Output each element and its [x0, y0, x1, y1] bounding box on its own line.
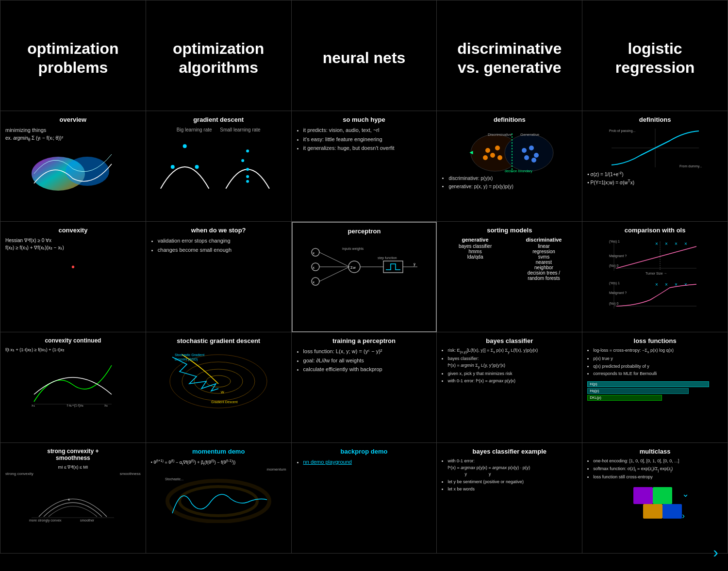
svg-point-12 — [485, 148, 490, 153]
svg-text:×: × — [665, 282, 668, 287]
svg-text:Gradient Descent: Gradient Descent — [211, 400, 238, 404]
loss-bars: H(p) Hq(p) DKL(p) — [587, 381, 723, 401]
svg-rect-90 — [643, 504, 662, 519]
svg-text:W: W — [221, 391, 224, 394]
header-neural-nets-title: neural nets — [318, 39, 411, 72]
backprop-demo-subtitle: backprop demo — [297, 448, 432, 455]
multiclass-image: › ⌄ — [587, 482, 723, 521]
svg-point-2 — [183, 144, 187, 148]
cell-perceptron: perceptron x x x Σw — [292, 222, 437, 332]
definitions-2-image: Prob of passing... From dummy... — [587, 126, 723, 170]
header-opt-problems-title: optimization problems — [5, 30, 141, 82]
svg-text:Generative: Generative — [520, 132, 540, 137]
svg-point-9 — [246, 180, 249, 183]
loss-functions-body: log-loss = cross-entropy: −Σx p(x) log q… — [587, 347, 723, 401]
gradient-descent-subtitle: gradient descent — [151, 116, 286, 123]
cell-convexity: convexity Hessian ∇²f(x) ≥ 0 ∀x f(x₂) ≥ … — [0, 222, 146, 332]
overview-image — [5, 145, 141, 193]
header-disc-gen-title: discriminative vs. generative — [442, 30, 577, 82]
svg-text:x: x — [313, 280, 314, 284]
momentum-demo-subtitle: momentum demo — [151, 448, 286, 455]
header-opt-algorithms: optimization algorithms — [146, 0, 292, 111]
when-stop-subtitle: when do we stop? — [151, 227, 286, 234]
comparison-ols-image: (Yes) 1 Malignant ? (No) 0 Tumor Size → … — [587, 237, 723, 310]
svg-text:Stochastic...: Stochastic... — [165, 477, 183, 481]
svg-point-16 — [483, 155, 488, 160]
sorting-models-subtitle: sorting models — [442, 227, 577, 234]
perceptron-image: x x x Σw ŷ inputs weights — [298, 238, 431, 296]
svg-rect-89 — [653, 487, 672, 504]
gradient-descent-labels: Big learning rate Small learning rate — [151, 126, 286, 133]
svg-text:x₂: x₂ — [104, 404, 108, 407]
bayes-classifier-subtitle: bayes classifier — [442, 337, 577, 344]
svg-text:×: × — [655, 282, 658, 287]
svg-text:x: x — [313, 251, 314, 255]
cell-convexity-cont: convexity continued f(t·x₁ + (1-t)x₂) ≥ … — [0, 332, 146, 443]
header-disc-gen: discriminative vs. generative — [437, 0, 582, 111]
momentum-demo-body: • θ(t+1) = θ(t) − αt∇f(θ(t)) + βt(f(θ(t)… — [151, 458, 286, 473]
cell-multiclass: multiclass one-hot encoding: [1, 0, 0], … — [582, 443, 728, 554]
cell-backprop-demo: backprop demo nn demo playground — [292, 443, 437, 554]
header-neural-nets: neural nets — [292, 0, 437, 111]
convexity-cont-body: f(t·x₁ + (1-t)x₂) ≥ f(tx₁) + (1-t)x₂ — [5, 347, 141, 354]
svg-text:decision boundary: decision boundary — [505, 169, 532, 173]
cell-sgd: stochastic gradient descent Stochastic G… — [146, 332, 292, 443]
convexity-cont-subtitle: convexity continued — [5, 337, 141, 344]
definitions-2-subtitle: definitions — [587, 116, 723, 123]
svg-text:Malignant ?: Malignant ? — [609, 254, 627, 258]
cell-when-stop: when do we stop? validation error stops … — [146, 222, 292, 332]
training-perceptron-subtitle: training a perceptron — [297, 337, 432, 344]
strong-convexity-body: mI ≤ ∇²f(x) ≤ MI strong convexitysmoothn… — [5, 464, 141, 477]
svg-text:Descent (SGD): Descent (SGD) — [175, 358, 198, 361]
cell-comparison-ols: comparison with ols (Yes) 1 Malignant ? … — [582, 222, 728, 332]
svg-text:Stochastic Gradient: Stochastic Gradient — [175, 353, 204, 357]
main-grid: optimization problems optimization algor… — [0, 0, 728, 554]
momentum-demo-image: Stochastic... — [151, 474, 286, 523]
definitions-2-body: • σ(z) = 1/(1+e-z) • P(Y=1|x;w) = σ(wTx) — [587, 170, 723, 187]
cell-sorting-models: sorting models generative bayes classifi… — [437, 222, 582, 332]
svg-text:ŷ: ŷ — [414, 262, 415, 266]
comparison-ols-subtitle: comparison with ols — [587, 227, 723, 234]
perceptron-subtitle: perceptron — [298, 228, 431, 235]
sgd-subtitle: stochastic gradient descent — [151, 337, 286, 344]
cell-definitions-1: definitions Discriminative Generative — [437, 111, 582, 222]
nav-next-arrow[interactable]: › — [713, 543, 718, 554]
cell-so-much-hype: so much hype it predicts: vision, audio,… — [292, 111, 437, 222]
when-stop-body: validation error stops changing changes … — [151, 237, 286, 254]
svg-text:Σw: Σw — [350, 265, 356, 270]
cell-definitions-2: definitions Prob of passing... From dumm… — [582, 111, 728, 222]
svg-text:x: x — [68, 497, 70, 502]
cell-loss-functions: loss functions log-loss = cross-entropy:… — [582, 332, 728, 443]
svg-point-20 — [529, 146, 534, 150]
convexity-body: Hessian ∇²f(x) ≥ 0 ∀x f(x₂) ≥ f(x₁) + ∇f… — [5, 237, 141, 274]
definitions-1-image: Discriminative Generative decision bound — [442, 126, 577, 175]
definitions-1-subtitle: definitions — [442, 116, 577, 123]
sgd-image: Stochastic Gradient Descent (SGD) W Grad… — [151, 347, 286, 410]
bayes-classifier-body: risk: E(x,y)[L(f(x), y)] = Σx p(x) Σy L(… — [442, 347, 577, 385]
cell-overview: overview minimizing things ex. argminθ Σ… — [0, 111, 146, 222]
cell-training-perceptron: training a perceptron loss function: L(x… — [292, 332, 437, 443]
cell-momentum-demo: momentum demo • θ(t+1) = θ(t) − αt∇f(θ(t… — [146, 443, 292, 554]
multiclass-body: one-hot encoding: [1, 0, 0], [0, 1, 0], … — [587, 458, 723, 480]
svg-text:×: × — [655, 241, 658, 246]
cell-gradient-descent: gradient descent Big learning rate Small… — [146, 111, 292, 222]
svg-line-37 — [319, 252, 349, 267]
header-opt-problems: optimization problems — [0, 0, 146, 111]
convexity-cont-image: x₁ t·x₁+(1-t)x₂ x₂ — [5, 356, 141, 409]
svg-point-75 — [194, 369, 243, 393]
header-opt-algorithms-title: optimization algorithms — [151, 30, 286, 82]
svg-point-21 — [534, 153, 539, 158]
svg-text:Malignant ?: Malignant ? — [609, 291, 627, 295]
svg-point-15 — [497, 155, 502, 160]
svg-point-14 — [495, 146, 500, 150]
cell-strong-convexity: strong convexity +smoothness mI ≤ ∇²f(x)… — [0, 443, 146, 554]
svg-text:◄: ◄ — [468, 149, 474, 156]
svg-text:›: › — [682, 511, 685, 521]
strong-convexity-subtitle: strong convexity +smoothness — [5, 448, 141, 461]
svg-point-5 — [246, 149, 249, 152]
svg-point-13 — [490, 153, 495, 158]
svg-point-7 — [246, 168, 249, 171]
svg-text:x: x — [313, 265, 314, 270]
svg-text:×: × — [684, 282, 687, 287]
backprop-demo-body: nn demo playground — [297, 458, 432, 466]
